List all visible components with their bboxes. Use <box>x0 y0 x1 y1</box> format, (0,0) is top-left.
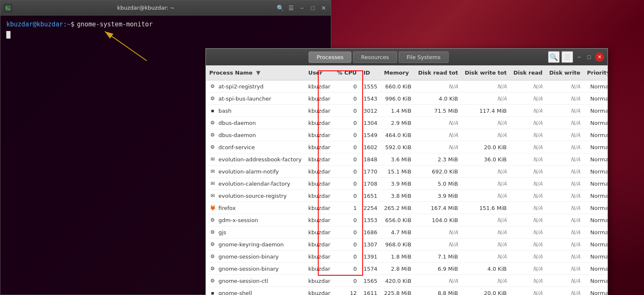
cell-priority: Normal <box>584 251 608 263</box>
table-row[interactable]: ✉ evolution-addressbook-factory kbuzdar … <box>206 153 608 166</box>
table-row[interactable]: ⚙ gnome-session-binary kbuzdar 0 1574 2.… <box>206 263 608 275</box>
terminal-close-button[interactable]: ✕ <box>320 4 327 12</box>
sysmon-close-button[interactable]: ✕ <box>595 52 604 62</box>
cell-id: 1555 <box>360 80 381 93</box>
cell-value: 71.5 MiB <box>434 108 458 114</box>
col-header-memory[interactable]: Memory <box>381 65 415 80</box>
table-row[interactable]: ⚙ gdm-x-session kbuzdar 0 1353 656.0 KiB… <box>206 214 608 226</box>
na-value: N/A <box>497 193 506 199</box>
cell-memory: 1.8 MiB <box>381 251 415 263</box>
sysmon-menu-button[interactable]: ☰ <box>561 51 573 63</box>
cell-value: 2.3 MiB <box>438 156 458 163</box>
sort-arrow-name: ▼ <box>256 70 260 76</box>
na-value: N/A <box>533 205 543 211</box>
table-header-row: Process Name ▼ User % CPU ID Memory Disk… <box>206 65 608 80</box>
cell-memory: 3.6 MiB <box>381 153 415 166</box>
table-row[interactable]: ⚙ dbus-daemon kbuzdar 0 1549 464.0 KiB N… <box>206 129 608 141</box>
cell-diskread: N/A <box>510 105 545 117</box>
cell-name: ⚙ gnome-session-binary <box>206 251 305 263</box>
cell-diskwritetot: N/A <box>461 238 510 251</box>
cell-priority: Normal <box>584 275 608 287</box>
cell-memory: 4.7 MiB <box>381 226 415 238</box>
table-row[interactable]: ⚙ gjs kbuzdar 0 1686 4.7 MiB N/A N/A N/A… <box>206 226 608 238</box>
process-icon: ⚙ <box>209 83 216 90</box>
process-icon: ⚙ <box>209 265 216 272</box>
process-name: dconf-service <box>218 144 255 150</box>
cell-diskreadtot: 167.4 MiB <box>415 202 461 214</box>
table-row[interactable]: 🦊 firefox kbuzdar 1 2254 265.2 MiB 167.4… <box>206 202 608 214</box>
cell-cpu: 0 <box>334 226 360 238</box>
sysmon-window: Processes Resources File Systems 🔍 ☰ − □… <box>205 48 608 295</box>
cell-diskreadtot: N/A <box>415 275 461 287</box>
cell-diskwritetot: 36.0 KiB <box>461 153 510 166</box>
na-value: N/A <box>533 217 543 223</box>
table-row[interactable]: ⚙ dconf-service kbuzdar 0 1602 592.0 KiB… <box>206 141 608 153</box>
cell-cpu: 0 <box>334 263 360 275</box>
table-row[interactable]: ▪ gnome-shell kbuzdar 12 1611 225.8 MiB … <box>206 287 608 295</box>
col-header-diskread[interactable]: Disk read <box>510 65 545 80</box>
col-header-diskreadtot[interactable]: Disk read tot <box>415 65 461 80</box>
cell-user: kbuzdar <box>305 117 333 129</box>
sysmon-titlebar-right: 🔍 ☰ − □ ✕ <box>548 51 604 63</box>
cell-value: 6.9 MiB <box>438 266 458 272</box>
table-row[interactable]: ⚙ gnome-session-binary kbuzdar 0 1391 1.… <box>206 251 608 263</box>
terminal-search-button[interactable]: 🔍 <box>276 4 284 12</box>
process-icon: ⚙ <box>209 277 216 284</box>
col-header-name[interactable]: Process Name ▼ <box>206 65 305 80</box>
process-icon: ✉ <box>209 192 216 199</box>
cell-value: 4.0 KiB <box>488 266 507 272</box>
cell-memory: 3.8 MiB <box>381 190 415 202</box>
cell-value: 4.0 KiB <box>439 96 458 102</box>
terminal-menu-button[interactable]: ☰ <box>287 4 295 12</box>
tab-filesystems[interactable]: File Systems <box>399 52 449 63</box>
table-row[interactable]: ⚙ gnome-keyring-daemon kbuzdar 0 1307 96… <box>206 238 608 251</box>
cell-id: 1565 <box>360 275 381 287</box>
table-row[interactable]: ✉ evolution-calendar-factory kbuzdar 0 1… <box>206 178 608 190</box>
cell-cpu: 0 <box>334 80 360 93</box>
cell-diskwrite: N/A <box>546 214 584 226</box>
sysmon-search-button[interactable]: 🔍 <box>548 51 560 63</box>
tab-processes[interactable]: Processes <box>309 52 351 63</box>
terminal-dollar: $ <box>71 20 75 29</box>
table-row[interactable]: ⚙ dbus-daemon kbuzdar 0 1304 2.9 MiB N/A… <box>206 117 608 129</box>
terminal-prompt-line: kbuzdar@kbuzdar:~$gnome-system-monitor <box>6 20 325 29</box>
process-name: gnome-keyring-daemon <box>218 241 284 248</box>
cell-diskread: N/A <box>510 141 545 153</box>
table-row[interactable]: ⚙ gnome-session-ctl kbuzdar 0 1565 420.0… <box>206 275 608 287</box>
col-header-diskwrite[interactable]: Disk write <box>546 65 584 80</box>
cell-user: kbuzdar <box>305 80 333 93</box>
svg-rect-0 <box>5 5 11 11</box>
col-header-diskwritetot[interactable]: Disk write tot <box>461 65 510 80</box>
col-header-priority[interactable]: Priority <box>584 65 608 80</box>
col-header-cpu[interactable]: % CPU <box>334 65 360 80</box>
col-header-user[interactable]: User <box>305 65 333 80</box>
table-row[interactable]: ▪ bash kbuzdar 0 3012 1.4 MiB 71.5 MiB 1… <box>206 105 608 117</box>
terminal-maximize-button[interactable]: □ <box>309 4 317 12</box>
table-row[interactable]: ✉ evolution-alarm-notify kbuzdar 0 1770 … <box>206 166 608 178</box>
na-value: N/A <box>497 241 506 248</box>
cell-user: kbuzdar <box>305 166 333 178</box>
cell-diskreadtot: N/A <box>415 141 461 153</box>
cell-id: 1307 <box>360 238 381 251</box>
table-row[interactable]: ⚙ at-spi-bus-launcher kbuzdar 0 1543 996… <box>206 93 608 105</box>
table-row[interactable]: ✉ evolution-source-registry kbuzdar 0 16… <box>206 190 608 202</box>
cell-diskread: N/A <box>510 178 545 190</box>
cell-diskwritetot: N/A <box>461 178 510 190</box>
na-value: N/A <box>448 83 458 90</box>
sysmon-maximize-button[interactable]: □ <box>585 53 593 61</box>
na-value: N/A <box>533 181 543 187</box>
terminal-minimize-button[interactable]: − <box>298 4 306 12</box>
cell-memory: 265.2 MiB <box>381 202 415 214</box>
tab-resources[interactable]: Resources <box>353 52 397 63</box>
process-name: evolution-calendar-factory <box>218 181 290 187</box>
cell-priority: Normal <box>584 93 608 105</box>
cell-diskwritetot: 20.0 KiB <box>461 287 510 295</box>
cell-diskwritetot: N/A <box>461 129 510 141</box>
na-value: N/A <box>448 229 458 235</box>
na-value: N/A <box>497 96 506 102</box>
sysmon-minimize-button[interactable]: − <box>575 53 583 61</box>
col-header-id[interactable]: ID <box>360 65 381 80</box>
na-value: N/A <box>571 193 580 199</box>
table-row[interactable]: ⚙ at-spi2-registryd kbuzdar 0 1555 660.0… <box>206 80 608 93</box>
cell-name: ⚙ gnome-session-binary <box>206 263 305 275</box>
